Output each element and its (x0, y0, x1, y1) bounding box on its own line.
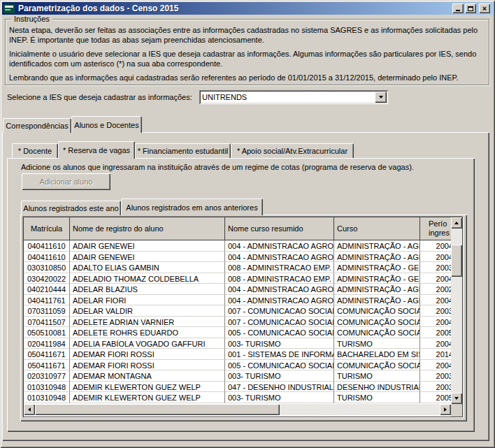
tab-correspondencias[interactable]: Correspondências (3, 118, 71, 133)
table-cell: 008 - ADMINISTRACAO EMP. (225, 273, 334, 284)
table-cell: 007 - COMUNICACAO SOCIAL (225, 305, 334, 317)
table-cell: ADEMIR KLEWERTON GUEZ WELP (70, 392, 225, 403)
vertical-scrollbar[interactable] (451, 217, 462, 404)
tab-docente[interactable]: * Docente (12, 143, 58, 158)
scroll-up-icon (454, 222, 459, 224)
tab-label: * Financiamento estudantil (138, 147, 229, 155)
app-icon (3, 4, 15, 13)
table-cell: ADALTO ELIAS GAMBIN (70, 262, 225, 273)
table-cell: 010310948 (24, 382, 70, 393)
table-cell: 050411671 (24, 360, 70, 371)
table-row[interactable]: 030420022ADELADIO THOMAZ COLDEBELLA008 -… (24, 273, 463, 284)
column-header-curso[interactable]: Curso (334, 217, 420, 240)
table-cell: ADAIR GENEWEI (70, 252, 225, 263)
table-row[interactable]: 050411671ADEMAR FIORI ROSSI001 - SISTEMA… (24, 349, 463, 360)
scroll-left-button[interactable] (24, 404, 35, 415)
tab-label: Alunos registrados em anos anteriores (126, 203, 257, 212)
alunos-grid[interactable]: Matrícula Nome de registro do aluno Nome… (23, 217, 463, 417)
column-header-nome[interactable]: Nome de registro do aluno (70, 217, 225, 240)
table-cell: ADMINISTRAÇÃO - AGRO (334, 295, 420, 306)
tab-label: Alunos e Docentes (74, 121, 138, 129)
maximize-icon (468, 6, 473, 11)
table-row[interactable]: 070311059ADELAR VALDIR007 - COMUNICACAO … (24, 305, 463, 317)
table-row[interactable]: 040411761ADELAR FIORI004 - ADMNISTRACAO … (24, 295, 463, 306)
table-cell: 040411610 (24, 252, 70, 263)
tab-alunos-registrados-anos-anteriores[interactable]: Alunos registrados em anos anteriores (121, 198, 263, 215)
horizontal-scrollbar-thumb[interactable] (35, 404, 280, 415)
table-row[interactable]: 040411610ADAIR GENEWEI004 - ADMNISTRACAO… (24, 252, 463, 263)
table-cell: 070311059 (24, 305, 70, 317)
table-cell: ADELETE ROHRS EDUARDO (70, 327, 225, 338)
table-row[interactable]: 020411984ADELIA FABÍOLA VOGADO GAFFURI00… (24, 338, 463, 349)
table-row[interactable]: 050510081ADELETE ROHRS EDUARDO005 - COMU… (24, 327, 463, 338)
vertical-scrollbar-thumb[interactable] (451, 245, 462, 277)
table-cell: ADEMAR MONTAGNA (70, 370, 225, 382)
table-row[interactable]: 050411671ADEMAR FIORI ROSSI005 - COMUNIC… (24, 360, 463, 371)
table-cell: 010310948 (24, 392, 70, 403)
table-row[interactable]: 040210444ADELAR BLAZIUS004 - ADMNISTRACA… (24, 284, 463, 295)
table-cell: ADELAR VALDIR (70, 305, 225, 317)
table-row[interactable]: 010310948ADEMIR KLEWERTON GUEZ WELP003- … (24, 392, 463, 403)
column-header-matricula[interactable]: Matrícula (24, 217, 70, 240)
table-cell: COMUNICAÇÃO SOCIAL - (334, 327, 420, 338)
table-cell: DESENHO INDUSTRIAL (334, 382, 420, 393)
table-cell: ADELADIO THOMAZ COLDEBELLA (70, 273, 225, 284)
maximize-button[interactable] (465, 3, 476, 13)
tab-apoio-social[interactable]: * Apoio social/Atv.Extracurricular (231, 143, 354, 158)
scroll-down-button[interactable] (451, 393, 462, 404)
table-cell: COMUNICAÇÃO SOCIAL - (334, 305, 420, 317)
tab-label: * Docente (18, 147, 52, 155)
table-cell: 007 - COMUNICACAO SOCIAL (225, 317, 334, 328)
minimize-button[interactable] (452, 3, 464, 13)
grid-rows: 040411610ADAIR GENEWEI004 - ADMNISTRACAO… (24, 240, 463, 403)
table-cell: TURISMO (334, 392, 420, 403)
ies-combobox-value: UNITRENDS (199, 93, 375, 101)
table-row[interactable]: 010310948ADEMIR KLEWERTON GUEZ WELP047 -… (24, 382, 463, 393)
table-cell: ADMINISTRAÇÃO - GEST. (334, 262, 420, 273)
table-cell: 020411984 (24, 338, 70, 349)
column-header-curso-resumido[interactable]: Nome curso resumido (225, 217, 334, 240)
dialog-window: Parametrização dos dados - Censo 2015 × … (0, 0, 495, 448)
table-cell: 030420022 (24, 273, 70, 284)
tab-alunos-e-docentes[interactable]: Alunos e Docentes (71, 116, 142, 133)
table-cell: ADMINISTRAÇÃO - AGRO (334, 240, 420, 252)
tab-financiamento-estudantil[interactable]: * Financiamento estudantil (135, 143, 231, 158)
table-row[interactable]: 040411610ADAIR GENEWEI004 - ADMNISTRACAO… (24, 240, 463, 252)
table-cell: 008 - ADMINISTRACAO EMP. (225, 262, 334, 273)
table-cell: ADMINISTRAÇÃO - AGRO (334, 284, 420, 295)
ies-combobox[interactable]: UNITRENDS (199, 90, 388, 104)
close-button[interactable]: × (479, 3, 490, 13)
scroll-down-icon (454, 397, 459, 400)
scroll-right-button[interactable] (440, 404, 451, 415)
table-cell: COMUNICAÇÃO SOCIAL - (334, 317, 420, 328)
tab-alunos-registrados-este-ano[interactable]: Alunos registrados este ano (21, 201, 121, 215)
horizontal-scrollbar[interactable] (24, 404, 451, 415)
header-line: Perío (429, 219, 447, 229)
table-cell: ADMINISTRAÇÃO - GEST. (334, 273, 420, 284)
window-title: Parametrização dos dados - Censo 2015 (18, 3, 178, 13)
table-cell: 040210444 (24, 284, 70, 295)
button-label: Adicionar aluno (40, 178, 93, 186)
instructions-paragraph-2: Inicialmente o usuário deve selecionar a… (9, 49, 485, 68)
combobox-dropdown-button[interactable] (375, 92, 387, 103)
table-cell: 070411507 (24, 317, 70, 328)
table-cell: 001 - SISTEMAS DE INFORMAÇ (225, 349, 334, 360)
reserva-description: Adicione os alunos que ingressaram na in… (21, 163, 414, 171)
adicionar-aluno-button[interactable]: Adicionar aluno (22, 173, 110, 190)
table-cell: 005 - COMUNICACAO SOCIAL (225, 360, 334, 371)
close-icon: × (482, 5, 487, 12)
table-cell: 003- TURISMO (225, 370, 334, 382)
scroll-up-button[interactable] (451, 217, 462, 229)
table-row[interactable]: 070411507ADELETE ADRIAN VARNIER007 - COM… (24, 317, 463, 328)
table-row[interactable]: 030310850ADALTO ELIAS GAMBIN008 - ADMINI… (24, 262, 463, 273)
tab-reserva-de-vagas[interactable]: * Reserva de vagas (58, 141, 135, 159)
table-cell: 004 - ADMNISTRACAO AGRO (225, 284, 334, 295)
instructions-paragraph-1: Nesta etapa, deverão ser feitas as assoc… (9, 25, 485, 45)
instructions-legend: Instruções (11, 15, 52, 23)
table-row[interactable]: 020310977ADEMAR MONTAGNA003- TURISMOTURI… (24, 370, 463, 382)
table-cell: 004 - ADMNISTRACAO AGRO (225, 240, 334, 252)
title-bar[interactable]: Parametrização dos dados - Censo 2015 × (2, 2, 493, 15)
table-cell: 040411761 (24, 295, 70, 306)
header-line: ingres (429, 229, 450, 238)
table-cell: 030310850 (24, 262, 70, 273)
